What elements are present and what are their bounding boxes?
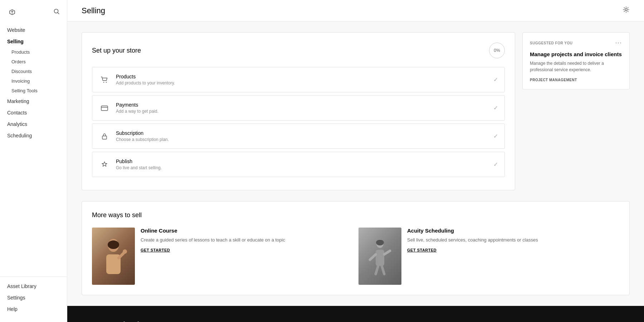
search-icon[interactable] bbox=[53, 8, 60, 16]
svg-line-19 bbox=[382, 266, 384, 274]
more-ways-section: More ways to sell bbox=[67, 201, 644, 306]
setup-store-title: Set up your store bbox=[92, 47, 141, 54]
setup-card-header: Set up your store 0% bbox=[92, 43, 505, 58]
svg-point-1 bbox=[54, 9, 58, 13]
sidebar-top bbox=[0, 0, 67, 21]
sidebar-item-website[interactable]: Website bbox=[0, 24, 67, 36]
check-icon-subscription: ✓ bbox=[493, 133, 498, 140]
svg-line-17 bbox=[384, 251, 390, 254]
online-course-image bbox=[92, 228, 135, 285]
progress-badge: 0% bbox=[489, 43, 505, 58]
sidebar-item-discounts[interactable]: Discounts bbox=[0, 67, 67, 76]
online-course-cta[interactable]: Get Started bbox=[141, 248, 353, 252]
settings-gear-icon[interactable] bbox=[623, 6, 630, 15]
content-area: Set up your store 0% Products Add produc… bbox=[67, 21, 644, 201]
svg-point-13 bbox=[123, 249, 127, 254]
main-header: Selling bbox=[67, 0, 644, 21]
sidebar-item-selling[interactable]: Selling bbox=[0, 36, 67, 47]
acuity-image bbox=[358, 228, 401, 285]
svg-point-20 bbox=[376, 240, 384, 245]
grow-section: Grow your business bbox=[67, 306, 644, 322]
publish-star-icon bbox=[99, 159, 110, 170]
more-ways-grid: Online Course Create a guided series of … bbox=[92, 228, 619, 285]
more-ways-title: More ways to sell bbox=[92, 211, 619, 219]
sidebar: Website Selling Products Orders Discount… bbox=[0, 0, 67, 322]
setup-step-publish-desc: Go live and start selling. bbox=[116, 165, 488, 170]
svg-point-3 bbox=[625, 9, 627, 11]
acuity-title: Acuity Scheduling bbox=[407, 228, 619, 234]
setup-step-payments-info: Payments Add a way to get paid. bbox=[116, 102, 488, 114]
suggested-tag: Project Management bbox=[530, 78, 622, 82]
svg-line-12 bbox=[119, 253, 124, 258]
sell-item-online-course: Online Course Create a guided series of … bbox=[92, 228, 353, 285]
check-icon-publish: ✓ bbox=[493, 161, 498, 168]
lock-icon bbox=[99, 131, 110, 142]
suggested-more-icon[interactable]: ··· bbox=[615, 40, 622, 46]
sidebar-item-invoicing[interactable]: Invoicing bbox=[0, 76, 67, 86]
online-course-info: Online Course Create a guided series of … bbox=[141, 228, 353, 252]
suggested-card: Suggested for you ··· Manage projects an… bbox=[522, 32, 630, 89]
acuity-cta[interactable]: Get Started bbox=[407, 248, 619, 252]
setup-step-publish[interactable]: Publish Go live and start selling. ✓ bbox=[92, 152, 505, 177]
sidebar-item-asset-library[interactable]: Asset Library bbox=[0, 280, 67, 292]
setup-step-subscription-info: Subscription Choose a subscription plan. bbox=[116, 130, 488, 142]
grow-title: Grow your business bbox=[82, 320, 630, 322]
acuity-desc: Sell live, scheduled services, coaching … bbox=[407, 236, 619, 244]
sidebar-item-settings[interactable]: Settings bbox=[0, 292, 67, 303]
sidebar-item-products[interactable]: Products bbox=[0, 47, 67, 57]
setup-step-payments-name: Payments bbox=[116, 102, 488, 108]
sidebar-nav: Website Selling Products Orders Discount… bbox=[0, 21, 67, 277]
suggested-title: Manage projects and invoice clients bbox=[530, 51, 622, 57]
woman-course-placeholder bbox=[92, 228, 135, 285]
more-ways-card: More ways to sell bbox=[82, 201, 630, 295]
setup-step-publish-info: Publish Go live and start selling. bbox=[116, 158, 488, 170]
woman-yoga-placeholder bbox=[358, 228, 401, 285]
svg-point-11 bbox=[108, 240, 119, 249]
check-icon: ✓ bbox=[493, 76, 498, 83]
page-title: Selling bbox=[82, 6, 105, 15]
suggested-desc: Manage the details needed to deliver a p… bbox=[530, 60, 622, 73]
svg-rect-15 bbox=[376, 250, 384, 266]
setup-step-publish-name: Publish bbox=[116, 158, 488, 164]
svg-line-18 bbox=[376, 266, 378, 274]
svg-line-2 bbox=[58, 13, 59, 14]
svg-point-5 bbox=[106, 82, 107, 82]
setup-step-subscription-name: Subscription bbox=[116, 130, 488, 136]
setup-step-subscription-desc: Choose a subscription plan. bbox=[116, 137, 488, 142]
svg-point-4 bbox=[103, 82, 104, 82]
svg-line-16 bbox=[370, 254, 376, 260]
svg-rect-8 bbox=[102, 136, 107, 139]
sidebar-bottom: Asset Library Settings Help bbox=[0, 277, 67, 322]
setup-step-payments[interactable]: Payments Add a way to get paid. ✓ bbox=[92, 95, 505, 121]
sidebar-item-scheduling[interactable]: Scheduling bbox=[0, 130, 67, 141]
setup-store-card: Set up your store 0% Products Add produc… bbox=[82, 32, 515, 190]
acuity-info: Acuity Scheduling Sell live, scheduled s… bbox=[407, 228, 619, 252]
svg-rect-6 bbox=[101, 106, 108, 111]
setup-step-payments-desc: Add a way to get paid. bbox=[116, 109, 488, 114]
sell-item-acuity: Acuity Scheduling Sell live, scheduled s… bbox=[358, 228, 619, 285]
setup-step-products-info: Products Add products to your inventory. bbox=[116, 74, 488, 86]
sidebar-item-contacts[interactable]: Contacts bbox=[0, 107, 67, 118]
card-icon bbox=[99, 102, 110, 114]
sidebar-item-orders[interactable]: Orders bbox=[0, 57, 67, 67]
squarespace-logo-icon[interactable] bbox=[7, 7, 17, 17]
online-course-title: Online Course bbox=[141, 228, 353, 234]
sidebar-item-analytics[interactable]: Analytics bbox=[0, 118, 67, 130]
setup-step-products-name: Products bbox=[116, 74, 488, 79]
cart-icon bbox=[99, 74, 110, 86]
sidebar-item-help[interactable]: Help bbox=[0, 303, 67, 315]
setup-step-subscription[interactable]: Subscription Choose a subscription plan.… bbox=[92, 123, 505, 149]
online-course-desc: Create a guided series of lessons to tea… bbox=[141, 236, 353, 244]
setup-step-products[interactable]: Products Add products to your inventory.… bbox=[92, 67, 505, 92]
check-icon-payments: ✓ bbox=[493, 104, 498, 111]
suggested-header: Suggested for you ··· bbox=[530, 40, 622, 46]
suggested-label: Suggested for you bbox=[530, 41, 572, 45]
main-content: Selling Set up your store 0% bbox=[67, 0, 644, 322]
sidebar-item-marketing[interactable]: Marketing bbox=[0, 96, 67, 107]
setup-step-products-desc: Add products to your inventory. bbox=[116, 80, 488, 86]
sidebar-item-selling-tools[interactable]: Selling Tools bbox=[0, 86, 67, 96]
